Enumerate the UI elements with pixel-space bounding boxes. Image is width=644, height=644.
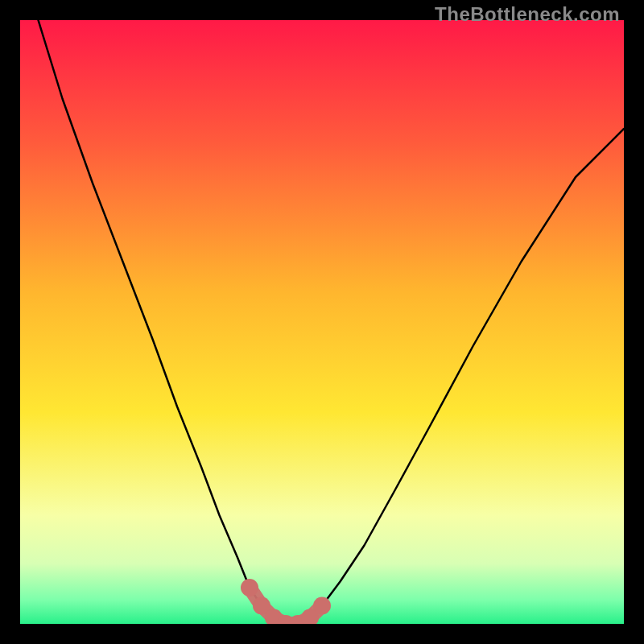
bottleneck-chart xyxy=(20,20,624,624)
marker-dot xyxy=(313,597,331,615)
gradient-background xyxy=(20,20,624,624)
marker-dot xyxy=(241,579,258,597)
chart-frame xyxy=(20,20,624,624)
watermark-text: TheBottleneck.com xyxy=(435,3,620,26)
